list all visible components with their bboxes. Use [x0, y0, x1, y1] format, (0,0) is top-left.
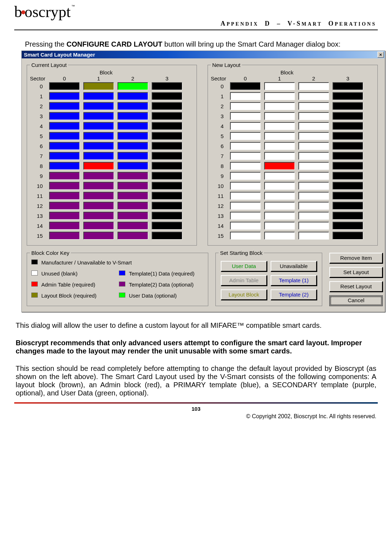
block-cell[interactable]: [333, 152, 363, 160]
block-cell[interactable]: [230, 182, 261, 190]
block-cell[interactable]: [230, 152, 261, 160]
template2-button[interactable]: Template (2): [271, 289, 317, 300]
block-cell[interactable]: [264, 182, 295, 190]
ncol-3: 3: [333, 75, 363, 82]
cancel-button[interactable]: Cancel: [329, 295, 383, 306]
block-cell[interactable]: [298, 222, 329, 230]
block-cell[interactable]: [230, 112, 261, 120]
set-layout-button[interactable]: Set Layout: [329, 267, 383, 278]
block-cell[interactable]: [333, 232, 363, 240]
block-cell[interactable]: [264, 92, 295, 100]
block-cell[interactable]: [230, 192, 261, 200]
row-label: 0: [30, 83, 46, 89]
block-cell[interactable]: [264, 222, 295, 230]
block-cell[interactable]: [264, 142, 295, 150]
unavailable-button[interactable]: Unavailable: [271, 261, 317, 272]
row-label: 14: [211, 223, 226, 229]
block-cell: [117, 142, 148, 150]
block-cell[interactable]: [298, 162, 329, 170]
block-cell: [83, 82, 114, 90]
block-cell[interactable]: [333, 202, 363, 210]
action-buttons: Remove Item Set Layout Reset Layout Canc…: [329, 250, 383, 306]
block-cell[interactable]: [230, 222, 261, 230]
block-cell[interactable]: [298, 232, 329, 240]
block-cell[interactable]: [333, 112, 363, 120]
block-cell[interactable]: [333, 102, 363, 110]
block-cell[interactable]: [264, 162, 295, 170]
row-label: 12: [211, 203, 226, 209]
block-cell[interactable]: [264, 112, 295, 120]
swatch-olive: [31, 293, 38, 298]
block-cell[interactable]: [230, 232, 261, 240]
template1-button[interactable]: Template (1): [271, 275, 317, 286]
smart-card-layout-dialog: Smart Card Layout Manager × Current Layo…: [21, 51, 385, 312]
block-cell[interactable]: [264, 212, 295, 220]
block-cell[interactable]: [333, 162, 363, 170]
block-cell[interactable]: [230, 102, 261, 110]
close-icon[interactable]: ×: [377, 52, 384, 58]
block-cell[interactable]: [264, 132, 295, 140]
user-data-button[interactable]: User Data: [221, 261, 267, 272]
row-label: 5: [30, 133, 46, 139]
block-cell[interactable]: [298, 212, 329, 220]
block-cell[interactable]: [298, 82, 329, 90]
block-cell[interactable]: [230, 82, 261, 90]
block-cell[interactable]: [298, 132, 329, 140]
block-cell[interactable]: [230, 122, 261, 130]
block-cell[interactable]: [230, 132, 261, 140]
reset-layout-button[interactable]: Reset Layout: [329, 281, 383, 292]
row-label: 10: [211, 183, 226, 189]
color-key-legend: Block Color Key: [30, 250, 71, 256]
admin-table-button[interactable]: Admin Table: [221, 275, 267, 286]
block-cell[interactable]: [298, 122, 329, 130]
block-cell[interactable]: [298, 182, 329, 190]
block-cell[interactable]: [264, 232, 295, 240]
block-cell[interactable]: [298, 112, 329, 120]
block-cell: [83, 202, 114, 210]
swatch-red: [31, 282, 38, 287]
remove-item-button[interactable]: Remove Item: [329, 253, 383, 263]
block-cell: [83, 142, 114, 150]
block-label-current: Block: [30, 69, 182, 75]
block-cell[interactable]: [298, 202, 329, 210]
block-cell: [49, 142, 80, 150]
block-cell[interactable]: [230, 92, 261, 100]
block-cell[interactable]: [230, 162, 261, 170]
block-cell: [83, 222, 114, 230]
block-cell[interactable]: [264, 122, 295, 130]
block-cell[interactable]: [264, 172, 295, 180]
block-cell: [152, 82, 182, 90]
block-cell[interactable]: [264, 102, 295, 110]
block-cell[interactable]: [230, 212, 261, 220]
block-cell[interactable]: [333, 212, 363, 220]
block-cell[interactable]: [333, 142, 363, 150]
block-cell: [152, 92, 182, 100]
block-cell[interactable]: [333, 192, 363, 200]
block-cell[interactable]: [333, 132, 363, 140]
block-cell: [83, 232, 114, 240]
block-cell[interactable]: [298, 102, 329, 110]
block-cell[interactable]: [333, 82, 363, 90]
block-cell[interactable]: [264, 192, 295, 200]
block-cell[interactable]: [298, 92, 329, 100]
block-cell[interactable]: [298, 172, 329, 180]
block-cell[interactable]: [333, 172, 363, 180]
block-cell[interactable]: [333, 222, 363, 230]
block-cell[interactable]: [333, 122, 363, 130]
block-cell[interactable]: [298, 142, 329, 150]
row-label: 3: [30, 113, 46, 119]
block-cell[interactable]: [264, 82, 295, 90]
dialog-titlebar: Smart Card Layout Manager ×: [22, 51, 385, 58]
block-cell[interactable]: [298, 152, 329, 160]
block-cell[interactable]: [333, 182, 363, 190]
block-cell[interactable]: [333, 92, 363, 100]
block-cell[interactable]: [264, 202, 295, 210]
block-cell: [49, 182, 80, 190]
block-cell[interactable]: [264, 152, 295, 160]
block-cell[interactable]: [230, 172, 261, 180]
block-cell: [49, 212, 80, 220]
layout-block-button[interactable]: Layout Block: [221, 289, 267, 300]
block-cell[interactable]: [298, 192, 329, 200]
block-cell[interactable]: [230, 202, 261, 210]
block-cell[interactable]: [230, 142, 261, 150]
